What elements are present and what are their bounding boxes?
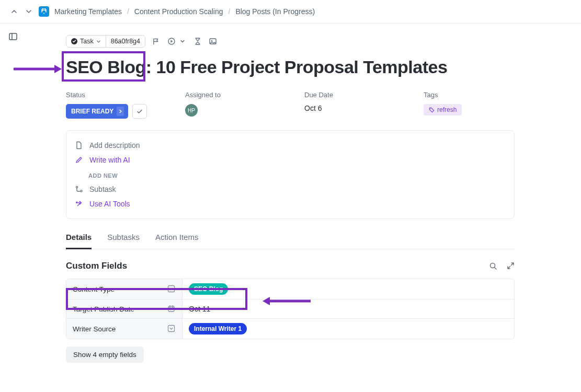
subtask-icon <box>75 185 83 193</box>
svg-point-6 <box>430 108 430 109</box>
custom-field-value-cell[interactable]: Internal Writer 1 <box>183 319 514 339</box>
add-description-row[interactable]: Add description <box>75 138 506 153</box>
svg-rect-10 <box>168 286 175 292</box>
task-id[interactable]: 86a0fr8g4 <box>111 38 140 45</box>
dropdown-field-icon <box>167 285 176 293</box>
add-new-heading: ADD NEW <box>75 167 506 182</box>
due-date-label: Due Date <box>304 91 419 99</box>
image-icon[interactable] <box>208 37 217 46</box>
breadcrumb-separator: / <box>228 7 230 16</box>
nav-up-icon[interactable] <box>9 7 19 16</box>
custom-field-value-cell[interactable]: SEO Blog <box>183 279 514 299</box>
tags-label: Tags <box>424 91 539 99</box>
tab-details[interactable]: Details <box>66 233 92 249</box>
ai-tools-row[interactable]: Use AI Tools <box>75 197 506 211</box>
write-with-ai-label: Write with AI <box>89 156 130 164</box>
status-label: Status <box>66 91 181 99</box>
assignee-avatar[interactable]: HP <box>185 104 198 117</box>
custom-field-row: Content Type SEO Blog <box>66 279 514 299</box>
tabs: Details Subtasks Action Items <box>66 233 515 249</box>
flag-icon[interactable] <box>152 37 161 46</box>
tag-value: refresh <box>437 106 457 113</box>
svg-point-5 <box>211 40 212 41</box>
svg-rect-12 <box>168 326 175 332</box>
search-icon[interactable] <box>489 262 497 270</box>
hourglass-icon[interactable] <box>193 37 202 46</box>
magic-wand-icon <box>75 200 83 208</box>
document-icon <box>75 141 83 149</box>
svg-rect-1 <box>9 33 17 40</box>
svg-point-8 <box>80 190 82 192</box>
task-type-label: Task <box>80 38 94 45</box>
chevron-down-icon[interactable] <box>178 37 187 46</box>
sidebar-toggle-icon[interactable] <box>8 32 18 41</box>
add-description-label: Add description <box>89 141 140 149</box>
tag-icon <box>429 107 435 113</box>
breadcrumb-item[interactable]: Blog Posts (In Progress) <box>235 7 315 16</box>
assigned-label: Assigned to <box>185 91 300 99</box>
breadcrumb-item[interactable]: Content Production Scaling <box>134 7 223 16</box>
custom-field-row: Writer Source Internal Writer 1 <box>66 319 514 339</box>
breadcrumb-separator: / <box>127 7 129 16</box>
play-circle-icon[interactable] <box>167 37 176 46</box>
breadcrumb-item[interactable]: Marketing Templates <box>54 7 122 16</box>
task-title[interactable]: SEO Blog: 10 Free Project Proposal Templ… <box>66 57 581 77</box>
calendar-field-icon <box>167 305 176 313</box>
due-date-value[interactable]: Oct 6 <box>304 104 419 112</box>
nav-down-icon[interactable] <box>24 7 33 16</box>
pencil-icon <box>75 156 83 164</box>
dropdown-field-icon <box>167 325 176 333</box>
custom-fields-table: Content Type SEO Blog Target Publish Dat… <box>66 279 515 339</box>
task-toolbar: Task 86a0fr8g4 <box>66 35 581 48</box>
status-value: BRIEF READY <box>71 108 113 115</box>
status-badge[interactable]: BRIEF READY <box>66 104 128 119</box>
ai-tools-label: Use AI Tools <box>89 200 130 208</box>
target-publish-date-value: Oct 11 <box>189 305 210 313</box>
subtask-label: Subtask <box>89 185 116 193</box>
content-type-chip: SEO Blog <box>189 283 228 295</box>
tag-chip[interactable]: refresh <box>424 104 462 116</box>
svg-point-7 <box>76 186 77 188</box>
subtask-row[interactable]: Subtask <box>75 182 506 197</box>
workspace-icon[interactable] <box>39 6 49 17</box>
custom-field-name: Target Publish Date <box>73 305 134 313</box>
breadcrumb-bar: Marketing Templates / Content Production… <box>0 0 581 24</box>
tab-subtasks[interactable]: Subtasks <box>107 233 140 249</box>
task-type-pill[interactable]: Task 86a0fr8g4 <box>66 35 145 48</box>
task-meta-row: Status BRIEF READY Assigned to HP Due Da… <box>66 91 581 119</box>
chevron-down-icon <box>96 39 101 44</box>
complete-button[interactable] <box>132 104 147 119</box>
custom-field-name: Writer Source <box>73 325 116 333</box>
custom-fields-title: Custom Fields <box>66 261 127 271</box>
custom-field-row: Target Publish Date Oct 11 <box>66 299 514 319</box>
custom-field-value-cell[interactable]: Oct 11 <box>183 299 514 318</box>
description-box: Add description Write with AI ADD NEW Su… <box>66 130 515 219</box>
custom-fields-header: Custom Fields <box>66 261 515 271</box>
custom-field-name-cell[interactable]: Target Publish Date <box>66 299 183 318</box>
svg-point-0 <box>43 13 44 14</box>
writer-source-chip: Internal Writer 1 <box>189 323 247 335</box>
custom-field-name: Content Type <box>73 285 115 293</box>
custom-field-name-cell[interactable]: Writer Source <box>66 319 183 339</box>
write-with-ai-row[interactable]: Write with AI <box>75 153 506 167</box>
expand-icon[interactable] <box>507 262 515 270</box>
custom-field-name-cell[interactable]: Content Type <box>66 279 183 299</box>
tab-action-items[interactable]: Action Items <box>155 233 199 249</box>
status-next-icon[interactable] <box>117 107 124 116</box>
svg-rect-11 <box>168 306 174 312</box>
show-empty-fields-button[interactable]: Show 4 empty fields <box>66 347 144 363</box>
task-status-dot-icon <box>71 38 77 44</box>
